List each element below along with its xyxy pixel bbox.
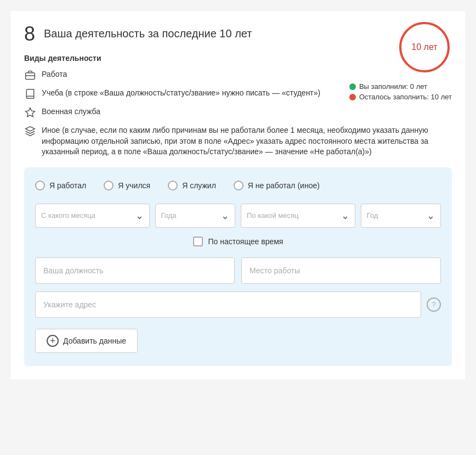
radio-group: Я работал Я учился Я служил Я не работал… [35,181,441,190]
page-container: 10 лет Вы заполнили: 0 лет Осталось запо… [11,11,465,379]
circle-indicator: 10 лет [397,20,452,75]
form-area: Я работал Я учился Я служил Я не работал… [24,167,452,366]
activity-types-title: Виды деятельности [24,54,452,63]
radio-studied[interactable]: Я учился [104,181,150,190]
radio-not-worked-label: Я не работал (иное) [248,181,320,190]
to-year-chevron: ⌄ [427,210,435,222]
legend-filled-text: Вы заполнили: 0 лет [359,82,427,91]
to-month-placeholder: По какой месяц [247,211,337,220]
activity-military: Военная служба [24,106,452,119]
svg-marker-4 [26,127,35,131]
radio-worked-label: Я работал [49,181,86,190]
add-icon: + [47,335,59,347]
from-year-placeholder: Года [161,211,217,220]
svg-rect-1 [26,73,35,80]
from-month-select[interactable]: С какого месяца ⌄ [35,204,150,228]
address-help-button[interactable]: ? [427,297,441,312]
section-title: Ваша деятельность за последние 10 лет [44,26,252,41]
to-year-placeholder: Год [367,211,422,220]
legend-filled: Вы заполнили: 0 лет [349,82,452,91]
legend-dot-red [349,94,356,100]
legend-remaining-text: Осталось заполнить: 10 лет [359,93,452,101]
from-year-select[interactable]: Года ⌄ [155,204,235,228]
activity-other-label: Иное (в случае, если по каким либо причи… [42,125,452,158]
workplace-input[interactable] [241,257,441,284]
circle-label: 10 лет [411,42,437,52]
checkbox-present[interactable] [193,237,203,246]
radio-not-worked[interactable]: Я не работал (иное) [234,181,320,190]
svg-marker-3 [26,108,35,117]
radio-served-circle[interactable] [168,181,178,190]
to-year-select[interactable]: Год ⌄ [361,204,441,228]
add-data-label: Добавить данные [63,336,126,345]
legend-remaining: Осталось заполнить: 10 лет [349,93,452,101]
to-month-select[interactable]: По какой месяц ⌄ [241,204,355,228]
layers-icon [24,125,36,137]
activity-work-label: Работа [42,69,67,80]
add-data-button[interactable]: + Добавить данные [35,329,138,353]
star-icon [24,106,36,119]
activity-study-label: Учеба (в строке «Ваша должность/статус/з… [42,88,320,99]
book-icon [24,88,36,100]
from-month-chevron: ⌄ [135,210,144,222]
radio-served[interactable]: Я служил [168,181,216,190]
radio-studied-circle[interactable] [104,181,114,190]
radio-served-label: Я служил [182,181,216,190]
activity-other: Иное (в случае, если по каким либо причи… [24,125,452,158]
address-row: ? [35,291,441,318]
legend: Вы заполнили: 0 лет Осталось заполнить: … [349,82,452,103]
to-month-chevron: ⌄ [341,210,349,222]
checkbox-present-row: По настоящее время [35,237,441,246]
date-row: С какого месяца ⌄ Года ⌄ По какой месяц … [35,204,441,228]
legend-dot-green [349,83,356,90]
activity-work: Работа [24,69,452,81]
activity-military-label: Военная служба [42,106,100,117]
checkbox-present-label: По настоящее время [208,237,284,246]
radio-studied-label: Я учился [118,181,150,190]
position-workplace-row [35,257,441,284]
from-year-chevron: ⌄ [221,210,229,222]
section-number: 8 [24,24,35,44]
radio-worked[interactable]: Я работал [35,181,86,190]
position-input[interactable] [35,257,235,284]
radio-not-worked-circle[interactable] [234,181,243,190]
radio-worked-circle[interactable] [35,181,45,190]
section-header: 8 Ваша деятельность за последние 10 лет [24,24,452,44]
address-input[interactable] [35,291,421,318]
activity-types: Виды деятельности Работа Учеба (в строке… [24,54,452,158]
briefcase-icon [24,69,36,81]
from-month-placeholder: С какого месяца [41,211,131,220]
